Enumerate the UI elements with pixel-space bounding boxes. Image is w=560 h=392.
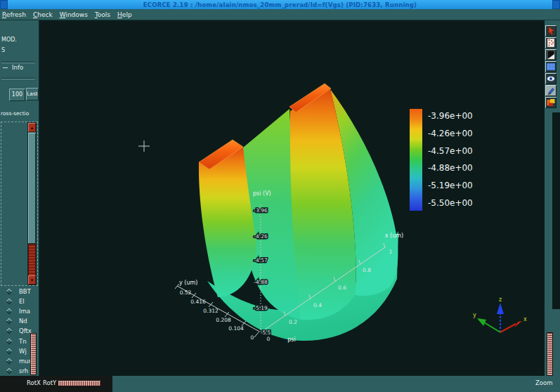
radio-label: Ima	[19, 308, 30, 315]
toolbar-button-page-contrast[interactable]	[545, 49, 556, 60]
surface-3d	[199, 84, 398, 341]
legend-entry: -4.57e+00	[428, 146, 473, 156]
menu-item-help[interactable]: Help	[117, 11, 132, 18]
sidebar-slider[interactable]	[30, 333, 37, 375]
legend-entry: -5.19e+00	[428, 181, 473, 190]
radio-label: BBT	[19, 288, 31, 295]
radio-diamond-icon	[6, 299, 12, 304]
sidebar-separator	[1, 78, 35, 79]
menu-item-check[interactable]: Check	[33, 11, 53, 18]
roty-label[interactable]: RotY	[43, 379, 56, 386]
x-tick-label: 0	[267, 336, 271, 342]
legend-entry: -4.26e+00	[428, 129, 473, 138]
button-100[interactable]: 100	[9, 89, 25, 101]
legend-gradient-bar	[410, 109, 422, 211]
scroll-up-icon: ▲	[30, 126, 34, 130]
legend-entry: -4.88e+00	[428, 163, 473, 173]
legend-entry: -5.50e+00	[428, 198, 473, 208]
y-tick-label: 0.312	[203, 308, 219, 314]
scroll-thumb[interactable]	[28, 133, 36, 244]
menu-item-refresh[interactable]: Refresh	[2, 11, 26, 18]
radio-diamond-icon	[6, 358, 12, 364]
menu-bar: Refresh Check Windows Tools Help	[0, 9, 560, 20]
info-label: Info	[12, 64, 23, 71]
eye-icon	[546, 74, 556, 84]
plot-area[interactable]: psi (V) -3.96 -4.26 -4.57 -4.88 -5.19 -5…	[39, 20, 545, 376]
titlebar-right-cap	[552, 0, 560, 9]
z-axis-base-label: psi	[287, 337, 295, 343]
sidebar-scrollbar[interactable]: ▲ ▼	[27, 122, 37, 285]
x-tick-label: 0.8	[363, 267, 371, 273]
dash-mark	[3, 67, 8, 68]
z-tick-label: -3.96	[254, 207, 268, 214]
x-axis-title: x (um)	[385, 233, 403, 239]
y-tick-label: 0.52	[180, 289, 192, 296]
right-panel-dark-strip	[552, 112, 560, 309]
radio-label: Nd	[19, 318, 27, 325]
toolbar-button-palette[interactable]	[545, 97, 556, 108]
zoom-label: Zoom	[535, 379, 553, 386]
radio-item-ima[interactable]: Ima	[0, 308, 39, 317]
radio-diamond-icon	[6, 318, 12, 324]
z-tick-label: -5.5	[261, 329, 271, 336]
y-tick-label: 0.416	[190, 299, 206, 305]
triad-x-label: x	[523, 316, 527, 322]
legend-entry: -3.96e+00	[428, 111, 473, 121]
button-last[interactable]: Last	[26, 88, 39, 100]
toolbar-button-speckle-document[interactable]	[545, 37, 556, 48]
window-title: ECORCE 2.19 : /home/alain/nmos_20mm_prer…	[143, 1, 417, 8]
toolbar-button-pen[interactable]	[545, 85, 556, 96]
radio-diamond-icon	[6, 339, 12, 344]
app-window: ECORCE 2.19 : /home/alain/nmos_20mm_prer…	[0, 0, 560, 392]
radio-diamond-icon	[6, 308, 12, 314]
surface-plot-svg: psi (V) -3.96 -4.26 -4.57 -4.88 -5.19 -5…	[39, 20, 545, 376]
radio-diamond-icon	[6, 289, 12, 294]
radio-diamond-icon	[6, 368, 12, 374]
palette-icon	[546, 98, 556, 107]
menu-item-tools[interactable]: Tools	[95, 11, 110, 18]
radio-label: srh	[19, 367, 28, 374]
title-bar[interactable]: ECORCE 2.19 : /home/alain/nmos_20mm_prer…	[0, 0, 560, 9]
page-contrast-icon	[546, 50, 556, 60]
rotation-slider[interactable]	[58, 380, 101, 386]
sidebar-separator	[1, 62, 35, 63]
y-axis-title: y (um)	[179, 280, 197, 286]
z-tick-label: -4.57	[254, 257, 268, 263]
radio-item-nd[interactable]: Nd	[0, 318, 39, 327]
scroll-up-button[interactable]: ▲	[28, 123, 36, 132]
right-toolbar	[545, 20, 560, 376]
menu-item-windows[interactable]: Windows	[60, 11, 88, 18]
z-tick-label: -4.88	[254, 279, 268, 285]
toolbar-button-mesh[interactable]	[545, 61, 556, 72]
y-tick-label: 0.208	[216, 317, 231, 323]
z-axis-title: psi (V)	[253, 190, 271, 197]
triad-z-label: z	[499, 296, 502, 303]
titlebar-left-cap	[0, 0, 8, 9]
pointer-tool-icon	[546, 26, 556, 36]
crosshair-cursor	[138, 141, 150, 152]
y-tick-label: 0	[251, 334, 254, 341]
left-sidebar: MOD. S Info 100 Last ross-sectio ▲ ▼ BBT…	[0, 20, 39, 376]
toolbar-button-pointer[interactable]	[545, 25, 556, 37]
axis-triad: z y x	[473, 296, 527, 332]
radio-diamond-icon	[6, 328, 12, 334]
triad-y-label: y	[473, 312, 476, 318]
radio-diamond-icon	[6, 348, 12, 354]
speckle-document-icon	[546, 38, 556, 48]
scroll-red-segment[interactable]	[28, 244, 36, 276]
color-legend: -3.96e+00 -4.26e+00 -4.57e+00 -4.88e+00 …	[410, 109, 473, 211]
z-tick-label: -4.26	[254, 233, 268, 240]
radio-item-el[interactable]: El	[0, 298, 39, 307]
pen-icon	[546, 86, 556, 96]
scroll-down-button[interactable]: ▼	[28, 275, 36, 285]
mesh-icon	[546, 62, 556, 72]
radio-label: Tn	[19, 338, 27, 345]
x-tick-label: 0.2	[289, 319, 297, 325]
radio-item-bbt[interactable]: BBT	[0, 288, 39, 297]
bottom-bar: RotX RotY Zoom	[0, 376, 560, 392]
z-tick-label: -5.19	[254, 305, 268, 311]
sidebar-fragment-mod: MOD.	[1, 37, 17, 43]
zoom-slider[interactable]	[547, 332, 553, 376]
toolbar-button-eye-view[interactable]	[545, 73, 556, 84]
rotx-label[interactable]: RotX	[27, 379, 41, 386]
